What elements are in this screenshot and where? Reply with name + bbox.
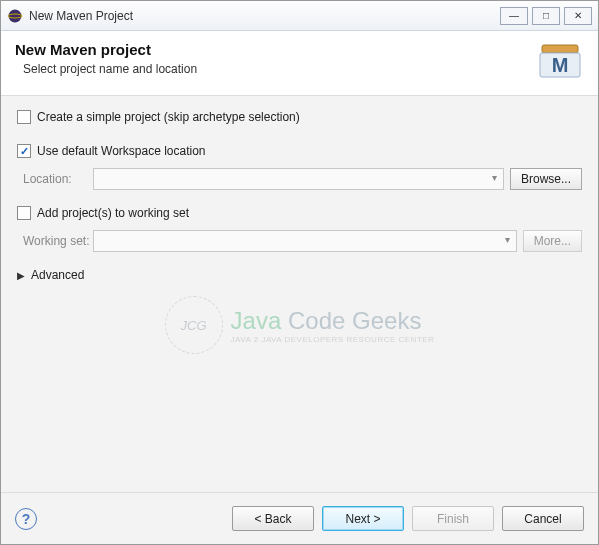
next-button[interactable]: Next > bbox=[322, 506, 404, 531]
footer: ? < Back Next > Finish Cancel bbox=[1, 492, 598, 544]
default-workspace-row: Use default Workspace location bbox=[17, 144, 582, 158]
advanced-label: Advanced bbox=[31, 268, 84, 282]
working-set-row: Working set: More... bbox=[17, 230, 582, 252]
close-button[interactable]: ✕ bbox=[564, 7, 592, 25]
watermark: JCG Java Code Geeks JAVA 2 JAVA DEVELOPE… bbox=[165, 296, 435, 354]
advanced-toggle[interactable]: ▶ Advanced bbox=[17, 268, 582, 282]
svg-point-0 bbox=[9, 9, 22, 22]
default-workspace-checkbox[interactable] bbox=[17, 144, 31, 158]
watermark-sub: JAVA 2 JAVA DEVELOPERS RESOURCE CENTER bbox=[231, 335, 435, 344]
working-set-checkbox[interactable] bbox=[17, 206, 31, 220]
browse-button[interactable]: Browse... bbox=[510, 168, 582, 190]
titlebar: New Maven Project ― □ ✕ bbox=[1, 1, 598, 31]
location-label: Location: bbox=[17, 172, 93, 186]
simple-project-checkbox[interactable] bbox=[17, 110, 31, 124]
location-combo[interactable] bbox=[93, 168, 504, 190]
back-button[interactable]: < Back bbox=[232, 506, 314, 531]
chevron-right-icon: ▶ bbox=[17, 270, 25, 281]
more-button[interactable]: More... bbox=[523, 230, 582, 252]
banner-title: New Maven project bbox=[15, 41, 536, 58]
dialog-window: New Maven Project ― □ ✕ New Maven projec… bbox=[0, 0, 599, 545]
working-set-check-label: Add project(s) to working set bbox=[37, 206, 189, 220]
maven-icon: M bbox=[536, 41, 584, 81]
eclipse-icon bbox=[7, 8, 23, 24]
svg-rect-2 bbox=[542, 45, 578, 53]
maximize-button[interactable]: □ bbox=[532, 7, 560, 25]
svg-text:M: M bbox=[552, 54, 569, 76]
window-title: New Maven Project bbox=[29, 9, 133, 23]
default-workspace-label: Use default Workspace location bbox=[37, 144, 206, 158]
location-row: Location: Browse... bbox=[17, 168, 582, 190]
simple-project-row: Create a simple project (skip archetype … bbox=[17, 110, 582, 124]
watermark-main: Java Code Geeks bbox=[231, 307, 435, 335]
banner-subtitle: Select project name and location bbox=[23, 62, 536, 76]
working-set-combo[interactable] bbox=[93, 230, 517, 252]
content-area: Create a simple project (skip archetype … bbox=[1, 96, 598, 492]
cancel-button[interactable]: Cancel bbox=[502, 506, 584, 531]
help-icon[interactable]: ? bbox=[15, 508, 37, 530]
finish-button[interactable]: Finish bbox=[412, 506, 494, 531]
watermark-circle: JCG bbox=[165, 296, 223, 354]
working-set-label: Working set: bbox=[17, 234, 93, 248]
simple-project-label: Create a simple project (skip archetype … bbox=[37, 110, 300, 124]
minimize-button[interactable]: ― bbox=[500, 7, 528, 25]
banner: New Maven project Select project name an… bbox=[1, 31, 598, 96]
working-set-check-row: Add project(s) to working set bbox=[17, 206, 582, 220]
